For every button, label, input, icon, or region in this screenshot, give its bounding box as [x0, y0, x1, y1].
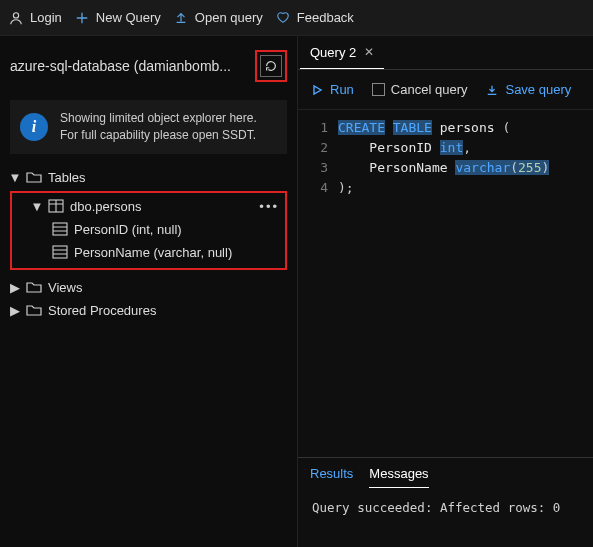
kw-table: TABLE — [393, 120, 432, 135]
login-label: Login — [30, 10, 62, 25]
chevron-down-icon: ▼ — [10, 170, 20, 185]
upload-icon — [173, 10, 189, 26]
folder-icon — [26, 170, 42, 184]
punct: , — [463, 140, 471, 155]
heart-icon — [275, 10, 291, 26]
info-line1: Showing limited object explorer here. — [60, 110, 257, 127]
chevron-right-icon: ▶ — [10, 303, 20, 318]
connection-name: azure-sql-database (damianbomb... — [10, 58, 251, 74]
info-line2: For full capability please open SSDT. — [60, 127, 257, 144]
line-number: 4 — [298, 178, 328, 198]
connection-row: azure-sql-database (damianbomb... — [0, 36, 297, 92]
feedback-label: Feedback — [297, 10, 354, 25]
punct: ( — [510, 160, 518, 175]
tree-views[interactable]: ▶ Views — [6, 276, 291, 299]
ident-persons: persons — [440, 120, 495, 135]
column-label: PersonName (varchar, null) — [74, 245, 232, 260]
editor-tabs: Query 2 ✕ — [298, 36, 593, 70]
svg-rect-2 — [53, 223, 67, 235]
folder-icon — [26, 280, 42, 294]
svg-rect-3 — [53, 246, 67, 258]
views-label: Views — [48, 280, 82, 295]
type-int: int — [440, 140, 463, 155]
punct: ( — [502, 120, 510, 135]
info-icon: i — [20, 113, 48, 141]
tab-title: Query 2 — [310, 45, 356, 60]
save-label: Save query — [505, 82, 571, 97]
save-query-button[interactable]: Save query — [485, 82, 571, 97]
tree-column-personid[interactable]: PersonID (int, null) — [14, 218, 283, 241]
run-button[interactable]: Run — [310, 82, 354, 97]
type-varchar: varchar — [455, 160, 510, 175]
open-query-label: Open query — [195, 10, 263, 25]
punct: ); — [338, 180, 354, 195]
tree-tables[interactable]: ▼ Tables — [6, 166, 291, 189]
line-number: 2 — [298, 138, 328, 158]
tables-label: Tables — [48, 170, 86, 185]
tab-messages[interactable]: Messages — [369, 466, 428, 488]
ident-personid: PersonID — [369, 140, 432, 155]
download-icon — [485, 83, 499, 97]
tab-query-2[interactable]: Query 2 ✕ — [300, 36, 384, 69]
line-number: 3 — [298, 158, 328, 178]
cancel-label: Cancel query — [391, 82, 468, 97]
results-tabs: Results Messages — [298, 458, 593, 488]
object-explorer: azure-sql-database (damianbomb... i Show… — [0, 36, 298, 547]
tree-table-dbo-persons[interactable]: ▼ dbo.persons ••• — [14, 195, 283, 218]
cancel-query-button[interactable]: Cancel query — [372, 82, 468, 97]
tree-column-personname[interactable]: PersonName (varchar, null) — [14, 241, 283, 264]
status-message: Query succeeded: Affected rows: 0 — [298, 488, 593, 527]
main-area: azure-sql-database (damianbomb... i Show… — [0, 36, 593, 547]
folder-icon — [26, 303, 42, 317]
line-gutter: 1 2 3 4 — [298, 118, 338, 457]
more-icon[interactable]: ••• — [259, 199, 279, 214]
ident-personname: PersonName — [369, 160, 447, 175]
run-label: Run — [330, 82, 354, 97]
new-query-label: New Query — [96, 10, 161, 25]
tree: ▼ Tables ▼ dbo.persons ••• — [0, 166, 297, 328]
play-icon — [310, 83, 324, 97]
num-255: 255 — [518, 160, 541, 175]
top-toolbar: Login New Query Open query Feedback — [0, 0, 593, 36]
column-icon — [52, 222, 68, 236]
login-button[interactable]: Login — [8, 10, 62, 26]
refresh-button[interactable] — [260, 55, 282, 77]
open-query-button[interactable]: Open query — [173, 10, 263, 26]
close-icon[interactable]: ✕ — [364, 45, 374, 59]
feedback-button[interactable]: Feedback — [275, 10, 354, 26]
column-label: PersonID (int, null) — [74, 222, 182, 237]
checkbox-icon — [372, 83, 385, 96]
svg-point-0 — [13, 12, 18, 17]
tab-results[interactable]: Results — [310, 466, 353, 488]
user-icon — [8, 10, 24, 26]
results-pane: Results Messages Query succeeded: Affect… — [298, 457, 593, 547]
info-banner: i Showing limited object explorer here. … — [10, 100, 287, 154]
chevron-right-icon: ▶ — [10, 280, 20, 295]
kw-create: CREATE — [338, 120, 385, 135]
table-icon — [48, 199, 64, 213]
editor-pane: Query 2 ✕ Run Cancel query Save query — [298, 36, 593, 547]
new-query-button[interactable]: New Query — [74, 10, 161, 26]
column-icon — [52, 245, 68, 259]
chevron-down-icon: ▼ — [32, 199, 42, 214]
plus-icon — [74, 10, 90, 26]
info-text: Showing limited object explorer here. Fo… — [60, 110, 257, 144]
sprocs-label: Stored Procedures — [48, 303, 156, 318]
tree-stored-procedures[interactable]: ▶ Stored Procedures — [6, 299, 291, 322]
code-content: CREATE TABLE persons ( PersonID int, Per… — [338, 118, 593, 457]
code-editor[interactable]: 1 2 3 4 CREATE TABLE persons ( PersonID … — [298, 110, 593, 457]
table-highlight: ▼ dbo.persons ••• PersonID (int, null) — [10, 191, 287, 270]
punct: ) — [542, 160, 550, 175]
line-number: 1 — [298, 118, 328, 138]
query-toolbar: Run Cancel query Save query — [298, 70, 593, 110]
refresh-highlight — [255, 50, 287, 82]
table-name: dbo.persons — [70, 199, 142, 214]
